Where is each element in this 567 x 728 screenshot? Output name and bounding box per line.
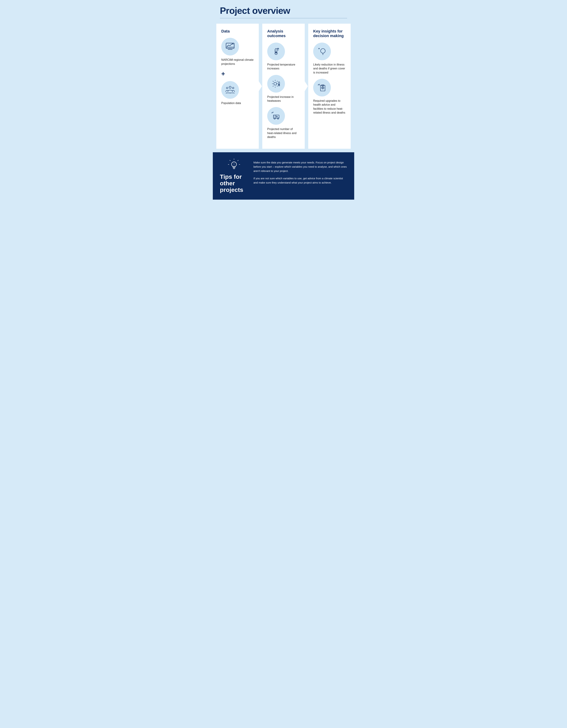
tips-paragraph-1: Make sure the data you generate meets yo… xyxy=(253,160,347,173)
population-icon-circle xyxy=(221,81,239,99)
svg-point-20 xyxy=(274,82,276,85)
svg-point-7 xyxy=(226,87,228,89)
lightbulb-icon xyxy=(228,159,240,171)
col-analysis-heading: Analysis outcomes xyxy=(267,29,300,38)
header-divider xyxy=(220,18,347,18)
sun-thermometer-icon xyxy=(271,79,281,89)
temp-increases-label: Projected temperature increases xyxy=(267,63,300,71)
tips-paragraph-2: If you are not sure which variables to u… xyxy=(253,176,347,185)
ambulance-circle xyxy=(267,107,285,125)
svg-point-8 xyxy=(232,87,234,89)
thermometer-up-icon xyxy=(271,47,281,56)
tree-plus-circle xyxy=(313,43,331,60)
narclim-label: NARCliM regional climate projections xyxy=(221,58,254,66)
svg-line-26 xyxy=(277,81,277,82)
main-content: Data NARCliM regional climate projection… xyxy=(213,20,354,152)
svg-line-49 xyxy=(318,84,319,85)
population-label: Population data xyxy=(221,101,254,105)
column-analysis: Analysis outcomes Projected tempe xyxy=(262,24,305,149)
svg-point-6 xyxy=(229,86,231,88)
medical-clipboard-icon xyxy=(317,83,327,92)
svg-line-25 xyxy=(273,81,273,82)
svg-point-43 xyxy=(321,49,325,53)
svg-line-50 xyxy=(320,84,320,85)
tips-left: Tips for other projects xyxy=(220,159,248,193)
svg-line-58 xyxy=(230,160,230,161)
col-data-heading: Data xyxy=(221,29,254,34)
monitor-icon-circle xyxy=(221,38,239,55)
header: Project overview xyxy=(213,0,354,20)
svg-line-27 xyxy=(273,86,273,86)
health-upgrades-label: Required upgrades to health advice and f… xyxy=(313,99,346,115)
plus-sign: + xyxy=(221,70,254,78)
page-title: Project overview xyxy=(220,5,347,16)
tips-right: Make sure the data you generate meets yo… xyxy=(253,159,347,185)
svg-line-28 xyxy=(277,86,277,86)
green-cover-label: Likely reduction in illness and deaths i… xyxy=(313,63,346,75)
columns-container: Data NARCliM regional climate projection… xyxy=(216,24,351,149)
column-data: Data NARCliM regional climate projection… xyxy=(216,24,259,149)
monitor-chart-icon xyxy=(225,42,235,51)
col-insights-heading: Key insights for decision making xyxy=(313,29,346,38)
thermometer-up-circle xyxy=(267,43,285,60)
column-insights: Key insights for decision making Likely … xyxy=(308,24,351,149)
tips-section: Tips for other projects Make sure the da… xyxy=(213,152,354,200)
sun-thermometer-circle xyxy=(267,75,285,93)
ambulance-icon xyxy=(271,111,281,121)
population-icon xyxy=(225,85,235,95)
svg-line-34 xyxy=(272,112,272,113)
tree-plus-icon xyxy=(317,47,327,56)
tips-title: Tips for other projects xyxy=(220,173,248,193)
heatwaves-label: Projected increase in heatwaves xyxy=(267,95,300,103)
svg-line-60 xyxy=(238,160,238,161)
svg-line-35 xyxy=(273,112,273,113)
heat-illness-label: Projected number of heat-related illness… xyxy=(267,127,300,139)
medical-clipboard-circle xyxy=(313,79,331,96)
